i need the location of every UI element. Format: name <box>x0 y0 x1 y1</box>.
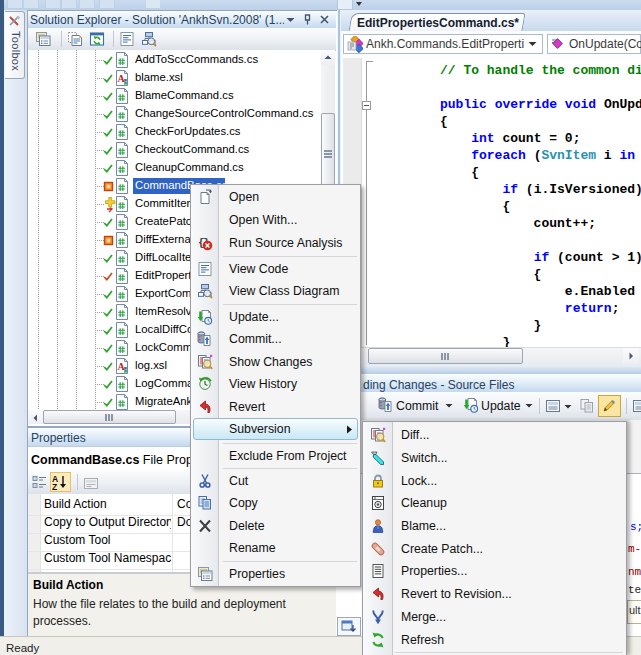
svg-text:A: A <box>117 361 125 372</box>
svg-text:Z: Z <box>52 482 57 491</box>
svg-text:A: A <box>117 73 125 84</box>
